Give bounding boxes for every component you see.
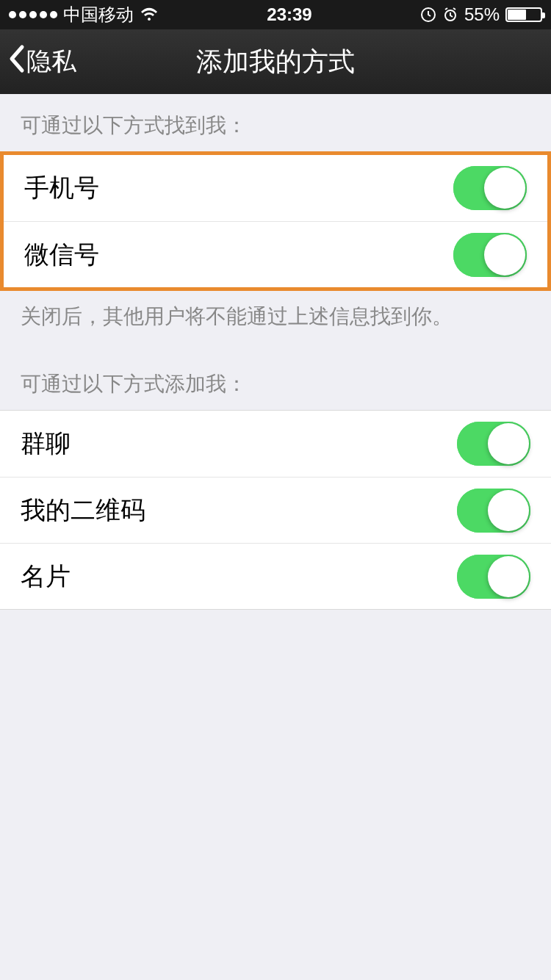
add-me-list: 群聊 我的二维码 名片 bbox=[0, 410, 551, 610]
battery-icon bbox=[505, 7, 542, 22]
row-label: 手机号 bbox=[24, 171, 99, 205]
chevron-left-icon bbox=[7, 44, 25, 79]
signal-strength-icon bbox=[9, 11, 57, 18]
row-name-card: 名片 bbox=[0, 543, 551, 609]
rotation-lock-icon bbox=[420, 7, 436, 23]
page-title: 添加我的方式 bbox=[196, 44, 355, 80]
toggle-wechat-id[interactable] bbox=[453, 233, 527, 277]
wifi-icon bbox=[140, 7, 159, 22]
row-label: 名片 bbox=[21, 560, 71, 594]
highlight-annotation: 手机号 微信号 bbox=[0, 151, 551, 291]
row-phone-number: 手机号 bbox=[4, 155, 547, 221]
row-wechat-id: 微信号 bbox=[4, 221, 547, 287]
status-left: 中国移动 bbox=[9, 3, 159, 26]
find-me-list: 手机号 微信号 bbox=[4, 155, 547, 287]
row-group-chat: 群聊 bbox=[0, 411, 551, 477]
toggle-phone-number[interactable] bbox=[453, 166, 527, 210]
status-right: 55% bbox=[420, 4, 542, 25]
row-label: 我的二维码 bbox=[21, 494, 145, 527]
section2-header: 可通过以下方式添加我： bbox=[0, 348, 551, 410]
toggle-name-card[interactable] bbox=[457, 555, 530, 599]
section1-footer: 关闭后，其他用户将不能通过上述信息找到你。 bbox=[0, 291, 551, 348]
row-label: 群聊 bbox=[21, 427, 71, 461]
alarm-icon bbox=[442, 7, 458, 23]
toggle-qr-code[interactable] bbox=[457, 489, 530, 533]
back-label: 隐私 bbox=[26, 45, 76, 79]
nav-bar: 隐私 添加我的方式 bbox=[0, 29, 551, 94]
section1-header: 可通过以下方式找到我： bbox=[0, 94, 551, 151]
carrier-label: 中国移动 bbox=[63, 3, 134, 26]
battery-percent: 55% bbox=[464, 4, 500, 25]
back-button[interactable]: 隐私 bbox=[7, 44, 76, 79]
toggle-group-chat[interactable] bbox=[457, 422, 530, 466]
row-label: 微信号 bbox=[24, 238, 99, 272]
status-bar: 中国移动 23:39 55% bbox=[0, 0, 551, 29]
row-qr-code: 我的二维码 bbox=[0, 477, 551, 543]
status-time: 23:39 bbox=[267, 4, 311, 25]
